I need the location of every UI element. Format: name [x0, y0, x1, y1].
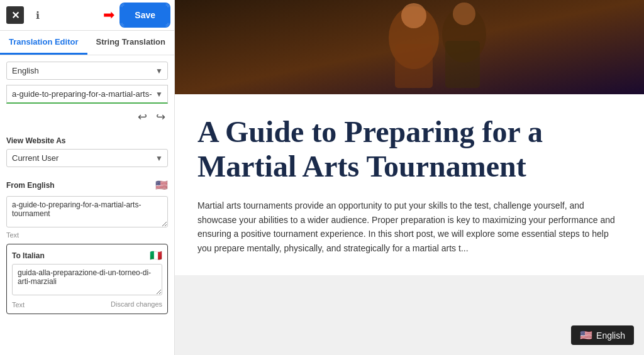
right-panel: A Guide to Preparing for a Martial Arts …	[175, 0, 644, 355]
from-english-flag: 🇺🇸	[155, 179, 168, 191]
discard-changes-link[interactable]: Discard changes	[111, 300, 162, 308]
tab-translation-editor[interactable]: Translation Editor	[0, 31, 87, 55]
view-as-dropdown-wrapper: Current User Guest Admin ▼	[6, 149, 168, 167]
to-field-type: Text	[12, 301, 25, 309]
tab-string-translation[interactable]: String Translation	[87, 31, 175, 55]
info-icon: ℹ	[36, 9, 40, 21]
view-website-as-section: View Website As Current User Guest Admin…	[6, 131, 168, 172]
right-arrow-icon: ➡	[103, 7, 114, 23]
left-panel: ✕ ℹ ➡ Save Translation Editor String Tra…	[0, 0, 175, 355]
close-button[interactable]: ✕	[6, 6, 24, 24]
badge-flag: 🇺🇸	[580, 329, 592, 341]
top-bar: ✕ ℹ ➡ Save	[0, 0, 174, 31]
view-website-as-label: View Website As	[6, 136, 168, 145]
svg-point-3	[401, 3, 426, 28]
badge-label: English	[596, 330, 625, 341]
to-italian-section: To Italian 🇮🇹 guida-alla-preparazione-di…	[6, 244, 168, 314]
from-english-label: From English	[6, 181, 55, 190]
from-english-section: From English 🇺🇸 a-guide-to-preparing-for…	[6, 176, 168, 239]
slug-select[interactable]: a-guide-to-preparing-for-a-martial-arts-…	[6, 85, 168, 104]
svg-point-4	[453, 3, 475, 25]
to-italian-textarea[interactable]: guida-alla-preparazione-di-un-torneo-di-…	[12, 264, 162, 295]
language-select[interactable]: English Italian French Spanish	[6, 62, 168, 80]
from-field-type: Text	[6, 231, 168, 239]
arrow-indicator: ➡	[52, 7, 117, 23]
to-footer: Text Discard changes	[12, 300, 162, 309]
tabs-bar: Translation Editor String Translation	[0, 31, 174, 55]
from-header: From English 🇺🇸	[6, 176, 168, 194]
close-icon: ✕	[11, 9, 19, 21]
svg-rect-6	[445, 41, 480, 88]
content-area: A Guide to Preparing for a Martial Arts …	[175, 94, 644, 275]
to-italian-flag: 🇮🇹	[150, 249, 162, 261]
language-badge[interactable]: 🇺🇸 English	[571, 325, 634, 345]
to-header: To Italian 🇮🇹	[12, 249, 162, 261]
undo-redo-row: ↩ ↪	[6, 109, 168, 125]
view-as-select[interactable]: Current User Guest Admin	[6, 149, 168, 167]
undo-button[interactable]: ↩	[135, 109, 150, 125]
panel-body: English Italian French Spanish ▼ a-guide…	[0, 55, 174, 323]
save-button[interactable]: Save	[122, 5, 168, 25]
language-dropdown-wrapper: English Italian French Spanish ▼	[6, 62, 168, 80]
slug-dropdown-wrapper: a-guide-to-preparing-for-a-martial-arts-…	[6, 85, 168, 104]
main-title: A Guide to Preparing for a Martial Arts …	[197, 114, 621, 183]
body-text: Martial arts tournaments provide an oppo…	[197, 199, 621, 255]
redo-button[interactable]: ↪	[153, 109, 168, 125]
hero-image	[175, 0, 644, 94]
svg-rect-5	[395, 44, 433, 88]
info-button[interactable]: ℹ	[29, 6, 47, 24]
hero-svg	[175, 0, 644, 94]
to-italian-label: To Italian	[12, 251, 45, 260]
from-english-textarea[interactable]: a-guide-to-preparing-for-a-martial-arts-…	[6, 196, 168, 227]
